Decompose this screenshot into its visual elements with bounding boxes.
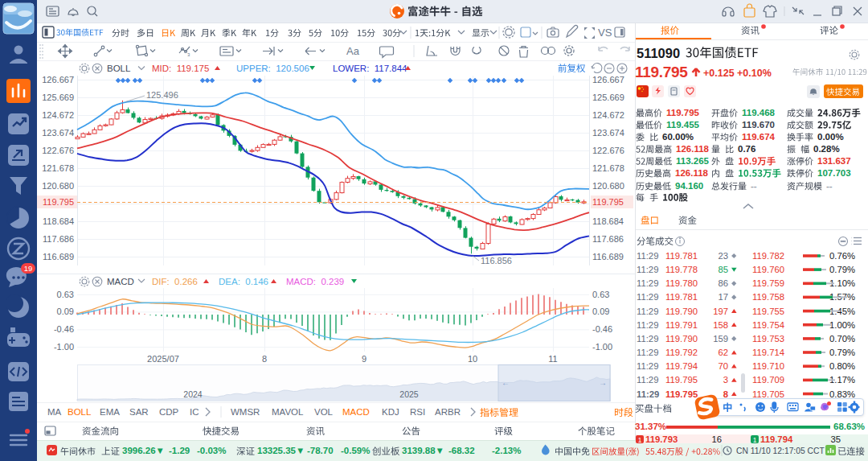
svg-text:126.667: 126.667 (592, 75, 624, 84)
svg-text:119.795: 119.795 (43, 197, 74, 207)
svg-text:→: → (599, 378, 607, 387)
svg-text:-0.46: -0.46 (54, 324, 74, 334)
svg-text:0.09: 0.09 (57, 307, 74, 316)
svg-text:122.676: 122.676 (592, 146, 624, 155)
svg-text:119.795: 119.795 (592, 197, 624, 207)
svg-text:2024: 2024 (183, 389, 203, 399)
svg-text:125.669: 125.669 (42, 93, 74, 102)
svg-text:2025: 2025 (399, 389, 419, 399)
svg-text:122.676: 122.676 (42, 146, 74, 155)
svg-text:0.09: 0.09 (592, 307, 609, 316)
svg-text:116.689: 116.689 (592, 252, 624, 261)
svg-text:←: ← (502, 378, 510, 387)
svg-text:123.674: 123.674 (42, 128, 74, 138)
svg-text:121.678: 121.678 (42, 163, 74, 173)
svg-text:125.496: 125.496 (146, 90, 178, 100)
svg-text:121.678: 121.678 (592, 163, 624, 173)
svg-text:120.680: 120.680 (592, 181, 624, 191)
svg-text:9: 9 (362, 354, 366, 364)
svg-text:123.674: 123.674 (592, 128, 624, 138)
svg-text:-1.00: -1.00 (54, 342, 74, 352)
svg-text:124.672: 124.672 (42, 110, 74, 120)
svg-text:125.669: 125.669 (592, 93, 624, 102)
svg-text:11: 11 (548, 354, 557, 364)
svg-text:116.689: 116.689 (43, 252, 74, 261)
svg-text:120.680: 120.680 (42, 181, 74, 191)
svg-text:118.684: 118.684 (43, 216, 74, 226)
svg-text:124.672: 124.672 (592, 110, 624, 120)
svg-text:116.856: 116.856 (481, 256, 512, 265)
svg-text:0.63: 0.63 (57, 290, 74, 299)
svg-text:118.684: 118.684 (592, 216, 624, 226)
svg-text:-0.46: -0.46 (592, 324, 612, 334)
svg-text:2025/07: 2025/07 (147, 354, 179, 364)
svg-text:117.686: 117.686 (592, 234, 624, 244)
svg-text:-1.00: -1.00 (592, 342, 612, 352)
svg-text:0.63: 0.63 (592, 290, 609, 299)
svg-text:8: 8 (262, 354, 267, 364)
svg-text:117.686: 117.686 (43, 234, 74, 244)
svg-text:126.667: 126.667 (42, 75, 74, 84)
svg-text:10: 10 (468, 354, 477, 364)
